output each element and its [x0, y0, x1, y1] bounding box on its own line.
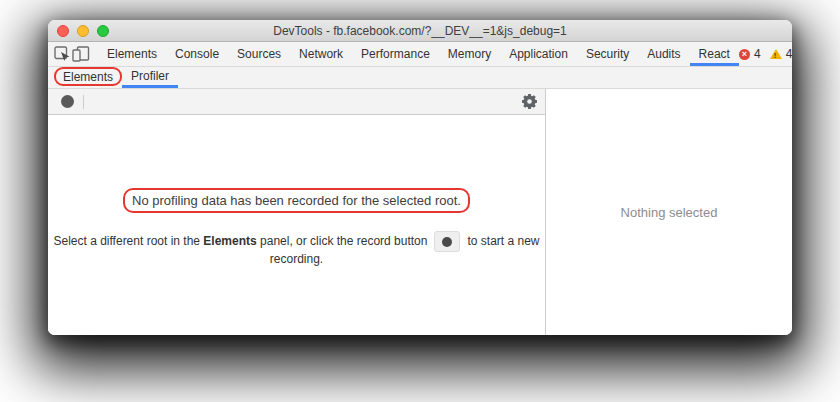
instruction-elements-bold: Elements — [203, 234, 256, 248]
tab-audits[interactable]: Audits — [638, 42, 689, 66]
warning-icon: ! — [770, 49, 782, 59]
error-badge[interactable]: × 4 — [739, 47, 761, 61]
warning-badge[interactable]: ! 4 — [770, 47, 792, 61]
tab-sources[interactable]: Sources — [228, 42, 290, 66]
devtools-window: DevTools - fb.facebook.com/?__DEV__=1&js… — [48, 20, 792, 335]
inspect-element-button[interactable] — [54, 42, 72, 66]
close-button[interactable] — [57, 25, 69, 37]
tab-react[interactable]: React — [690, 42, 739, 66]
elements-tab-annotation: Elements — [54, 67, 122, 86]
empty-message-annotated: No profiling data has been recorded for … — [123, 188, 470, 213]
device-toolbar-icon — [72, 46, 90, 62]
gear-icon — [522, 94, 537, 109]
tab-performance[interactable]: Performance — [352, 42, 439, 66]
nothing-selected-label: Nothing selected — [621, 205, 718, 220]
react-sub-tab-strip: Elements Profiler — [48, 67, 792, 89]
empty-message-row: No profiling data has been recorded for … — [48, 188, 545, 213]
instruction-part2: panel, or click the record button — [257, 234, 428, 248]
inspect-cursor-icon — [54, 46, 72, 62]
profiler-toolbar — [48, 89, 545, 115]
warning-count: 4 — [786, 47, 792, 61]
tab-strip-right: × 4 ! 4 — [739, 42, 792, 66]
instruction-text: Select a different root in the Elements … — [48, 231, 545, 266]
react-panel-content: No profiling data has been recorded for … — [48, 89, 792, 335]
profiler-panel: No profiling data has been recorded for … — [48, 89, 545, 335]
minimize-button[interactable] — [77, 25, 89, 37]
profiler-empty-state: No profiling data has been recorded for … — [48, 115, 545, 335]
traffic-lights — [57, 20, 109, 41]
tab-memory[interactable]: Memory — [439, 42, 500, 66]
device-toolbar-button[interactable] — [72, 42, 90, 66]
record-button[interactable] — [61, 95, 74, 108]
tab-elements[interactable]: Elements — [98, 42, 166, 66]
profiler-toolbar-divider — [83, 95, 84, 109]
details-panel: Nothing selected — [545, 89, 792, 335]
instruction-part1: Select a different root in the — [53, 234, 203, 248]
window-title: DevTools - fb.facebook.com/?__DEV__=1&js… — [48, 24, 792, 38]
title-bar: DevTools - fb.facebook.com/?__DEV__=1&js… — [48, 20, 792, 42]
zoom-button[interactable] — [97, 25, 109, 37]
error-icon: × — [739, 49, 750, 60]
tab-application[interactable]: Application — [500, 42, 577, 66]
react-subtab-elements[interactable]: Elements — [61, 70, 115, 84]
record-icon — [442, 237, 452, 247]
tab-network[interactable]: Network — [290, 42, 352, 66]
tab-console[interactable]: Console — [166, 42, 228, 66]
devtools-tab-strip: Elements Console Sources Network Perform… — [48, 42, 792, 67]
tab-security[interactable]: Security — [577, 42, 638, 66]
react-subtab-profiler[interactable]: Profiler — [122, 67, 178, 88]
inline-record-button[interactable] — [434, 231, 460, 252]
error-count: 4 — [754, 47, 761, 61]
settings-button[interactable] — [522, 94, 537, 109]
